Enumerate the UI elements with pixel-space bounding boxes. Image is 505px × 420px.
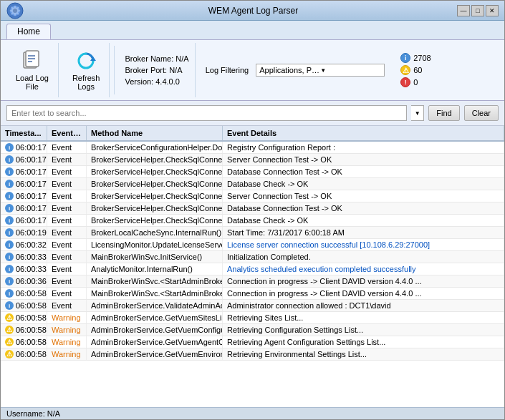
title-bar: WEM Agent Log Parser — □ ✕	[1, 1, 504, 21]
cell-event: Warning	[47, 348, 87, 360]
cell-method: MainBrokerWinSvc.<StartAdminBroker>b__3.…	[87, 275, 223, 287]
ribbon-divider-1	[114, 46, 115, 94]
cell-method: BrokerServiceHelper.CheckSqlConnection()	[87, 202, 223, 214]
app-logo	[6, 2, 24, 19]
warn-row-icon: ⚠	[5, 338, 14, 346]
cell-timestamp: i06:00:17	[1, 190, 47, 202]
search-dropdown-button[interactable]: ▼	[411, 105, 424, 121]
cell-event: Event	[47, 239, 87, 250]
status-text: Username: N/A	[6, 409, 60, 418]
cell-method: BrokerServiceHelper.CheckSqlConnection()	[87, 190, 223, 202]
info-row-icon: i	[5, 301, 14, 310]
table-row[interactable]: i06:00:19EventBrokerLocalCacheSync.Inter…	[1, 227, 504, 239]
info-row-icon: i	[5, 253, 14, 261]
table-row[interactable]: i06:00:17EventBrokerServiceConfiguration…	[1, 142, 504, 154]
cell-detail: Analytics scheduled execution completed …	[223, 263, 504, 275]
find-button[interactable]: Find	[428, 105, 459, 121]
warn-count: 60	[413, 66, 422, 74]
refresh-logs-icon	[74, 49, 97, 72]
error-stat-row: ! 0	[400, 77, 431, 87]
close-button[interactable]: ✕	[486, 5, 499, 16]
table-row[interactable]: i06:00:17EventBrokerServiceHelper.CheckS…	[1, 154, 504, 166]
cell-detail: Server Connection Test -> OK	[223, 154, 504, 165]
table-row[interactable]: ⚠06:00:58WarningAdminBrokerService.GetVu…	[1, 336, 504, 348]
broker-port-label: Broker Port: N/A	[125, 66, 182, 74]
search-input[interactable]	[6, 105, 407, 121]
cell-timestamp: ⚠06:00:58	[1, 312, 47, 323]
cell-detail: Database Connection Test -> OK	[223, 202, 504, 214]
minimize-button[interactable]: —	[457, 5, 470, 16]
table-row[interactable]: i06:00:58EventAdminBrokerService.Validat…	[1, 300, 504, 312]
tab-home[interactable]: Home	[6, 24, 51, 39]
cell-event: Event	[47, 166, 87, 177]
cell-method: BrokerServiceHelper.CheckSqlConnection()	[87, 215, 223, 226]
cell-event: Event	[47, 251, 87, 263]
ribbon-filter-group: Log Filtering Applications, Printers, N.…	[200, 43, 391, 97]
cell-method: BrokerServiceHelper.CheckSqlConnection()	[87, 166, 223, 177]
cell-method: LicensingMonitor.UpdateLicenseServerConn…	[87, 239, 223, 250]
info-stat-row: i 2708	[400, 53, 431, 63]
broker-name-label: Broker Name: N/A	[125, 54, 188, 63]
cell-method: AdminBrokerService.GetVuemEnvironmentalS…	[87, 348, 223, 360]
table-row[interactable]: i06:00:32EventLicensingMonitor.UpdateLic…	[1, 239, 504, 251]
table-row[interactable]: i06:00:33EventMainBrokerWinSvc.InitServi…	[1, 251, 504, 263]
table-row[interactable]: ⚠06:00:58WarningAdminBrokerService.GetVu…	[1, 312, 504, 324]
cell-event: Warning	[47, 312, 87, 323]
cell-detail: Initialization Completed.	[223, 251, 504, 263]
table-row[interactable]: i06:00:33EventAnalyticMonitor.InternalRu…	[1, 263, 504, 275]
cell-detail: Database Connection Test -> OK	[223, 166, 504, 177]
filter-arrow: ▼	[320, 67, 381, 74]
info-row-icon: i	[5, 204, 14, 213]
table-row[interactable]: i06:00:17EventBrokerServiceHelper.CheckS…	[1, 190, 504, 202]
ribbon-content: Load LogFile RefreshLogs	[1, 39, 504, 100]
cell-event: Event	[47, 263, 87, 275]
cell-method: AdminBrokerService.GetVuemAgentConfigura…	[87, 336, 223, 348]
refresh-logs-button[interactable]: RefreshLogs	[69, 46, 104, 94]
clear-button[interactable]: Clear	[464, 105, 499, 121]
maximize-button[interactable]: □	[471, 5, 484, 16]
table-row[interactable]: i06:00:36EventMainBrokerWinSvc.<StartAdm…	[1, 275, 504, 288]
cell-detail: Retrieving Sites List...	[223, 312, 504, 323]
table-row[interactable]: ⚠06:00:58WarningAdminBrokerService.GetVu…	[1, 324, 504, 336]
load-log-button[interactable]: Load LogFile	[12, 46, 52, 94]
cell-timestamp: ⚠06:00:58	[1, 324, 47, 336]
table-container: Timesta... Event ... Method Name Event D…	[1, 126, 504, 407]
warn-stat-row: ⚠ 60	[400, 65, 431, 75]
cell-event: Event	[47, 288, 87, 299]
cell-timestamp: i06:00:17	[1, 202, 47, 214]
table-row[interactable]: i06:00:17EventBrokerServiceHelper.CheckS…	[1, 215, 504, 227]
warn-row-icon: ⚠	[5, 326, 14, 334]
table-row[interactable]: ⚠06:00:58WarningAdminBrokerService.GetVu…	[1, 348, 504, 361]
cell-detail: Administrator connection allowed : DCT1\…	[223, 300, 504, 311]
cell-method: AdminBrokerService.GetVuemConfigurationS…	[87, 324, 223, 336]
cell-event: Event	[47, 275, 87, 287]
info-row-icon: i	[5, 277, 14, 285]
cell-detail: License server connection successful [10…	[223, 239, 504, 250]
status-bar: Username: N/A	[1, 407, 504, 419]
cell-timestamp: i06:00:32	[1, 239, 47, 250]
table-row[interactable]: i06:00:17EventBrokerServiceHelper.CheckS…	[1, 166, 504, 178]
filter-dropdown[interactable]: Applications, Printers, N... ▼	[256, 64, 385, 77]
cell-method: BrokerServiceHelper.CheckSqlConnection()	[87, 178, 223, 190]
cell-timestamp: i06:00:17	[1, 154, 47, 165]
col-header-timestamp: Timesta...	[1, 126, 47, 140]
cell-event: Event	[47, 215, 87, 226]
info-row-icon: i	[5, 240, 14, 249]
filter-label: Log Filtering	[206, 66, 249, 74]
cell-event: Event	[47, 227, 87, 238]
cell-detail: Server Connection Test -> OK	[223, 190, 504, 202]
table-row[interactable]: i06:00:17EventBrokerServiceHelper.CheckS…	[1, 202, 504, 215]
stats-panel: i 2708 ⚠ 60 ! 0	[395, 43, 436, 97]
col-header-detail: Event Details	[223, 126, 504, 140]
warn-row-icon: ⚠	[5, 350, 14, 358]
table-header: Timesta... Event ... Method Name Event D…	[1, 126, 504, 142]
load-log-icon	[21, 49, 44, 72]
table-row[interactable]: i06:00:58EventMainBrokerWinSvc.<StartAdm…	[1, 288, 504, 300]
ribbon-group-refresh: RefreshLogs	[63, 43, 110, 97]
cell-detail: Start Time: 7/31/2017 6:00:18 AM	[223, 227, 504, 238]
table-body[interactable]: i06:00:17EventBrokerServiceConfiguration…	[1, 142, 504, 407]
table-row[interactable]: i06:00:17EventBrokerServiceHelper.CheckS…	[1, 178, 504, 190]
cell-timestamp: i06:00:17	[1, 215, 47, 226]
cell-method: BrokerLocalCacheSync.InternalRun()	[87, 227, 223, 238]
cell-timestamp: i06:00:58	[1, 288, 47, 299]
